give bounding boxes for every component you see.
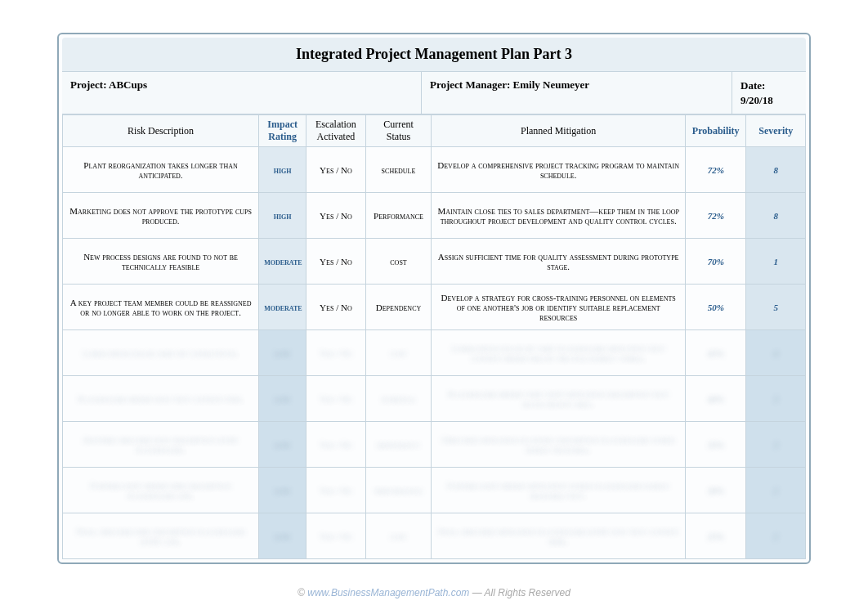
cell-status: Performance: [365, 193, 432, 239]
header-desc: Risk Description: [63, 115, 259, 147]
cell-escal: Yes / No: [306, 513, 365, 559]
cell-mitig: Develop a comprehensive project tracking…: [432, 147, 686, 193]
cell-status: schedule: [365, 147, 432, 193]
table-row: Further faint hidden risk description pl…: [63, 468, 806, 513]
manager-cell: Project Manager: Emily Neumeyer: [422, 72, 732, 114]
cell-impact: high: [259, 147, 306, 193]
cell-sev: 5: [746, 285, 806, 330]
cell-prob: 50%: [685, 285, 746, 330]
cell-desc: Placeholder hidden row text content item…: [63, 376, 259, 422]
header-prob: Probability: [685, 115, 746, 147]
cell-escal: Yes / No: [306, 376, 365, 422]
footer-copyright: ©: [298, 587, 305, 598]
project-cell: Project: ABCups: [62, 72, 422, 114]
date-value: 9/20/18: [740, 94, 773, 106]
cell-prob: 72%: [685, 147, 746, 193]
manager-name: Emily Neumeyer: [513, 78, 590, 91]
header-impact: Impact Rating: [259, 115, 306, 147]
cell-status: cost: [365, 330, 432, 376]
cell-prob: 70%: [685, 239, 746, 285]
cell-impact: high: [259, 193, 306, 239]
cell-status: dependency: [365, 422, 432, 468]
cell-desc: New process designs are found to not be …: [63, 239, 259, 285]
cell-status: Dependency: [365, 285, 432, 330]
cell-status: cost: [365, 513, 432, 559]
cell-status: schedule: [365, 376, 432, 422]
header-row: Risk Description Impact Rating Escalatio…: [63, 115, 806, 147]
date-label: Date:: [740, 79, 765, 92]
date-cell: Date: 9/20/18: [732, 72, 806, 114]
cell-sev: 8: [746, 193, 806, 239]
cell-escal: Yes / No: [306, 468, 365, 513]
table-row: A key project team member could be reass…: [63, 285, 806, 330]
cell-escal: Yes / No: [306, 239, 365, 285]
cell-escal: Yes / No: [306, 285, 365, 330]
cell-status: performance: [365, 468, 432, 513]
cell-sev: 2: [746, 513, 806, 559]
footer-link[interactable]: www.BusinessManagementPath.com: [307, 587, 469, 598]
cell-mitig: Develop a strategy for cross-training pe…: [432, 285, 686, 330]
cell-impact: moderate: [259, 285, 306, 330]
cell-status: cost: [365, 239, 432, 285]
cell-sev: 2: [746, 468, 806, 513]
cell-impact: low: [259, 422, 306, 468]
cell-desc: Marketing does not approve the prototype…: [63, 193, 259, 239]
cell-mitig: Further faint hidden mitigation words pl…: [432, 468, 686, 513]
cell-escal: Yes / No: [306, 422, 365, 468]
cell-desc: Another obscured row description entry p…: [63, 422, 259, 468]
document-title: Integrated Project Management Plan Part …: [62, 46, 806, 63]
footer-suffix: — All Rights Reserved: [472, 587, 570, 598]
cell-prob: 30%: [685, 468, 746, 513]
table-row: Final obscured risk description placehol…: [63, 513, 806, 559]
cell-sev: 1: [746, 239, 806, 285]
project-name: ABCups: [109, 78, 147, 91]
cell-mitig: Placeholder hidden very faint mitigation…: [432, 376, 686, 422]
risk-table: Risk Description Impact Rating Escalatio…: [62, 114, 806, 559]
cell-prob: 25%: [685, 513, 746, 559]
cell-impact: low: [259, 376, 306, 422]
header-status: Current Status: [365, 115, 432, 147]
cell-desc: A key project team member could be reass…: [63, 285, 259, 330]
table-row: Plant reorganization takes longer than a…: [63, 147, 806, 193]
header-sev: Severity: [746, 115, 806, 147]
table-row: Another obscured row description entry p…: [63, 422, 806, 468]
document-frame: Integrated Project Management Plan Part …: [57, 33, 811, 564]
header-mitig: Planned Mitigation: [432, 115, 686, 147]
cell-escal: Yes / No: [306, 147, 365, 193]
table-row: Placeholder hidden row text content item…: [63, 376, 806, 422]
cell-desc: Final obscured risk description placehol…: [63, 513, 259, 559]
table-row: Marketing does not approve the prototype…: [63, 193, 806, 239]
cell-desc: Further faint hidden risk description pl…: [63, 468, 259, 513]
table-row: New process designs are found to not be …: [63, 239, 806, 285]
cell-mitig: Final obscured mitigation placeholder en…: [432, 513, 686, 559]
header-escal: Escalation Activated: [306, 115, 365, 147]
title-bar: Integrated Project Management Plan Part …: [62, 38, 806, 72]
cell-escal: Yes / No: [306, 330, 365, 376]
project-label: Project:: [70, 78, 107, 91]
cell-prob: 40%: [685, 376, 746, 422]
cell-mitig: Assign sufficient time for quality asses…: [432, 239, 686, 285]
meta-row: Project: ABCups Project Manager: Emily N…: [62, 72, 806, 114]
risk-table-body: Plant reorganization takes longer than a…: [63, 147, 806, 559]
cell-escal: Yes / No: [306, 193, 365, 239]
cell-sev: 4: [746, 330, 806, 376]
cell-mitig: Lorem ipsum dolor sit amet placeholder m…: [432, 330, 686, 376]
cell-sev: 8: [746, 147, 806, 193]
cell-sev: 3: [746, 376, 806, 422]
cell-impact: low: [259, 513, 306, 559]
table-row: Lorem ipsum dolor amet sit consectetur.l…: [63, 330, 806, 376]
cell-sev: 3: [746, 422, 806, 468]
cell-prob: 45%: [685, 330, 746, 376]
footer: © www.BusinessManagementPath.com — All R…: [57, 587, 811, 598]
cell-prob: 35%: [685, 422, 746, 468]
cell-impact: low: [259, 330, 306, 376]
manager-label: Project Manager:: [430, 78, 510, 91]
cell-prob: 72%: [685, 193, 746, 239]
cell-desc: Lorem ipsum dolor amet sit consectetur.: [63, 330, 259, 376]
cell-mitig: Maintain close ties to sales department—…: [432, 193, 686, 239]
cell-impact: moderate: [259, 239, 306, 285]
cell-desc: Plant reorganization takes longer than a…: [63, 147, 259, 193]
cell-mitig: Obscured mitigation planning description…: [432, 422, 686, 468]
cell-impact: low: [259, 468, 306, 513]
